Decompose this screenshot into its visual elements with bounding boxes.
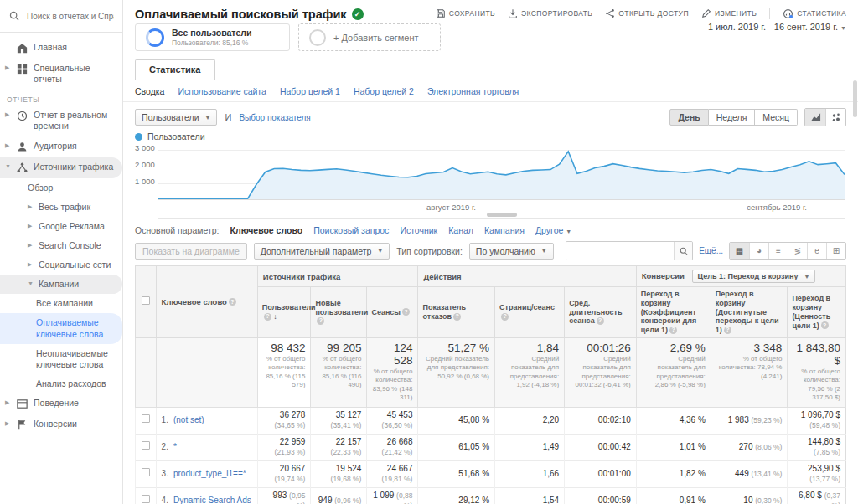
dimension-channel[interactable]: Канал bbox=[448, 225, 473, 235]
granularity-day[interactable]: День bbox=[669, 109, 708, 126]
row-checkbox[interactable] bbox=[136, 407, 157, 434]
term-cloud-view-icon[interactable]: e bbox=[807, 243, 826, 259]
sidebar-item-cost-analysis[interactable]: Анализ расходов bbox=[0, 374, 122, 393]
help-icon[interactable]: ? bbox=[501, 313, 509, 321]
granularity-month[interactable]: Месяц bbox=[755, 109, 798, 126]
comparison-view-icon[interactable]: ≶ bbox=[788, 243, 807, 259]
sidebar-item-acquisition[interactable]: ▼ Источники трафика bbox=[0, 157, 122, 178]
keyword-link[interactable]: product_type_l1==* bbox=[173, 469, 246, 478]
line-chart-icon[interactable] bbox=[805, 109, 825, 126]
row-checkbox[interactable] bbox=[136, 487, 157, 504]
percentage-view-icon[interactable]: ◕ bbox=[749, 243, 768, 259]
help-icon[interactable]: ? bbox=[453, 313, 461, 321]
keyword-cell: 1.(not set) bbox=[156, 407, 257, 434]
help-icon[interactable]: ? bbox=[402, 308, 410, 316]
secondary-dimension-select[interactable]: Дополнительный параметр▼ bbox=[254, 243, 390, 260]
keyword-link[interactable]: (not set) bbox=[173, 415, 204, 424]
segment-all-users[interactable]: Все пользователи Пользователи: 85,16 % bbox=[135, 23, 290, 51]
table-row: 2.*22 959 (21,93 %)22 157 (22,33 %)26 66… bbox=[136, 434, 846, 460]
sidebar-item-home[interactable]: Главная bbox=[0, 38, 122, 59]
help-icon[interactable]: ? bbox=[317, 317, 324, 325]
search-icon[interactable] bbox=[674, 242, 692, 260]
subnav-summary[interactable]: Сводка bbox=[135, 86, 164, 96]
subnav-site-usage[interactable]: Использование сайта bbox=[178, 86, 266, 96]
sidebar-item-all-campaigns[interactable]: Все кампании bbox=[0, 294, 122, 313]
pivot-view-icon[interactable]: ⊞ bbox=[826, 243, 845, 259]
legend-label: Пользователи bbox=[147, 131, 205, 141]
help-icon[interactable]: ? bbox=[669, 327, 677, 334]
duration-cell: 00:00:59 bbox=[565, 487, 637, 504]
date-range-picker[interactable]: 1 июл. 2019 г. - 16 сент. 2019 г. ▼ bbox=[696, 21, 858, 32]
subnav-goal-set-1[interactable]: Набор целей 1 bbox=[280, 86, 340, 96]
column-pages-per-session[interactable]: Страниц/сеанс? bbox=[495, 287, 565, 338]
keyword-link[interactable]: * bbox=[173, 442, 177, 451]
goal-select[interactable]: Цель 1: Переход в корзину▼ bbox=[692, 270, 816, 283]
completions-cell: 270 (8,06 %) bbox=[711, 434, 788, 460]
metric-select[interactable]: Пользователи▼ bbox=[135, 109, 217, 126]
column-users[interactable]: Пользователи? ↓ bbox=[257, 287, 311, 338]
chevron-right-icon: ▶ bbox=[28, 260, 34, 269]
column-sessions[interactable]: Сеансы? bbox=[367, 287, 418, 338]
tab-explorer[interactable]: Статистика bbox=[135, 59, 215, 80]
help-icon[interactable]: ? bbox=[264, 313, 271, 321]
row-checkbox[interactable] bbox=[136, 460, 157, 487]
search-input[interactable] bbox=[27, 12, 114, 21]
subnav-ecommerce[interactable]: Электронная торговля bbox=[427, 86, 519, 96]
vertical-scrollbar-thumb[interactable] bbox=[853, 80, 857, 117]
sidebar-item-paid-keywords[interactable]: Оплачиваемые ключевые слова bbox=[0, 313, 122, 343]
save-button[interactable]: СОХРАНИТЬ bbox=[436, 8, 495, 18]
sidebar-item-acquisition-overview[interactable]: Обзор bbox=[0, 178, 122, 198]
sidebar-item-audience[interactable]: ▶ Аудитория bbox=[0, 136, 122, 157]
table-view-icon[interactable]: ▦ bbox=[730, 243, 749, 259]
row-checkbox[interactable] bbox=[136, 434, 157, 460]
dimension-keyword[interactable]: Ключевое слово bbox=[230, 225, 303, 235]
help-icon[interactable]: ? bbox=[597, 317, 604, 325]
sort-type-select[interactable]: По умолчанию▼ bbox=[469, 243, 554, 260]
plot-rows-button[interactable]: Показать на диаграмме bbox=[135, 243, 247, 260]
sidebar-item-realtime[interactable]: ▶ Отчет в реальном времени bbox=[0, 105, 122, 136]
insights-button[interactable]: СТАТИСТИКА bbox=[783, 8, 846, 19]
dimension-campaign[interactable]: Кампания bbox=[484, 225, 525, 235]
motion-chart-icon[interactable] bbox=[825, 109, 845, 126]
column-goal-completions[interactable]: Переход в корзину (Достигнутые переходы … bbox=[711, 287, 788, 338]
sidebar-search[interactable] bbox=[0, 0, 122, 33]
sidebar-item-search-console[interactable]: ▶Search Console bbox=[0, 236, 122, 255]
help-icon[interactable]: ? bbox=[724, 327, 731, 334]
edit-button[interactable]: ИЗМЕНИТЬ bbox=[701, 8, 757, 18]
sidebar-item-google-ads[interactable]: ▶Google Реклама bbox=[0, 217, 122, 236]
group-acquisition: Источники трафика bbox=[257, 266, 418, 287]
scrollbar-thumb[interactable] bbox=[487, 213, 517, 217]
keyword-link[interactable]: Dynamic Search Ads bbox=[173, 496, 251, 504]
performance-view-icon[interactable]: ≡ bbox=[768, 243, 788, 259]
sidebar-item-custom-reports[interactable]: ▶ Специальные отчеты bbox=[0, 59, 122, 89]
column-bounce-rate[interactable]: Показатель отказов? bbox=[418, 287, 495, 338]
dimension-other-dropdown[interactable]: Другое ▼ bbox=[535, 225, 571, 235]
dimension-source[interactable]: Источник bbox=[400, 225, 437, 235]
share-button[interactable]: ОТКРЫТЬ ДОСТУП bbox=[605, 8, 689, 18]
subnav-goal-set-2[interactable]: Набор целей 2 bbox=[354, 86, 414, 96]
sidebar-item-behavior[interactable]: ▶ Поведение bbox=[0, 393, 122, 414]
select-all-checkbox[interactable] bbox=[136, 266, 157, 338]
dimension-search-query[interactable]: Поисковый запрос bbox=[313, 225, 389, 235]
total-pages-per-session: 1,84Средний показатель для представления… bbox=[495, 337, 565, 407]
granularity-week[interactable]: Неделя bbox=[709, 109, 756, 126]
sidebar-item-social[interactable]: ▶Социальные сети bbox=[0, 255, 122, 275]
help-icon[interactable]: ? bbox=[821, 321, 829, 329]
sidebar-item-all-traffic[interactable]: ▶Весь трафик bbox=[0, 198, 122, 217]
value-cell: 6,80 $ (0,37 %) bbox=[788, 487, 846, 504]
column-new-users[interactable]: Новые пользователи? bbox=[311, 287, 367, 338]
pick-metric-link[interactable]: Выбор показателя bbox=[239, 113, 310, 122]
sidebar-item-organic-keywords[interactable]: Неоплачиваемые ключевые слова bbox=[0, 344, 122, 374]
column-goal-conversion-rate[interactable]: Переход в корзину (Коэффициент конверсии… bbox=[636, 287, 711, 338]
column-goal-value[interactable]: Переход в корзину (Ценность цели 1)? bbox=[788, 287, 846, 338]
column-keyword[interactable]: Ключевое слово? bbox=[156, 266, 257, 338]
sidebar-item-campaigns[interactable]: ▼Кампании bbox=[0, 275, 122, 294]
help-icon[interactable]: ? bbox=[229, 298, 236, 306]
column-avg-session-duration[interactable]: Сред. длительность сеанса? bbox=[565, 287, 637, 338]
export-button[interactable]: ЭКСПОРТИРОВАТЬ bbox=[508, 8, 592, 18]
add-segment-button[interactable]: + Добавить сегмент bbox=[298, 23, 441, 51]
table-search-input[interactable] bbox=[566, 242, 674, 260]
sidebar-item-conversions[interactable]: ▶ Конверсии bbox=[0, 414, 122, 435]
keywords-table: Ключевое слово? Источники трафика Действ… bbox=[135, 265, 846, 504]
advanced-search-link[interactable]: Ещё... bbox=[699, 246, 723, 255]
